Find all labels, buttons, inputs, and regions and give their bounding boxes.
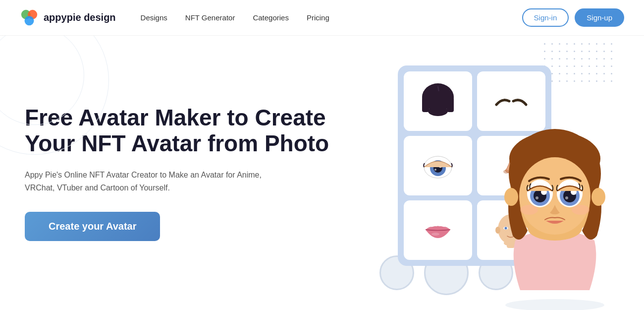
logo[interactable]: appypie design <box>20 8 116 27</box>
panel-cell-hair[interactable] <box>404 71 472 131</box>
nav-actions: Sign-in Sign-up <box>522 8 624 27</box>
svg-point-11 <box>434 169 436 171</box>
lips-icon <box>421 216 455 244</box>
hero-description: Appy Pie's Online NFT Avatar Creator to … <box>25 169 263 194</box>
nav-designs[interactable]: Designs <box>141 13 167 22</box>
signup-button[interactable]: Sign-up <box>575 8 624 27</box>
svg-point-40 <box>565 196 568 199</box>
svg-point-41 <box>520 205 538 215</box>
hero-right: for(let i=0;i<60;i++) document.write('<d… <box>355 36 625 310</box>
svg-point-6 <box>428 106 448 116</box>
svg-point-42 <box>572 205 590 215</box>
panel-cell-eye[interactable] <box>404 136 472 195</box>
hero-section: Free Avatar Maker to Create Your NFT Ava… <box>0 36 644 310</box>
svg-point-2 <box>25 16 34 25</box>
hair-icon <box>418 82 458 120</box>
create-avatar-button[interactable]: Create your Avatar <box>25 212 160 241</box>
svg-rect-4 <box>422 97 429 112</box>
navbar: appypie design Designs NFT Generator Cat… <box>0 0 644 36</box>
svg-point-43 <box>504 188 518 206</box>
panel-cell-lips[interactable] <box>404 200 472 260</box>
svg-point-35 <box>536 196 538 199</box>
nav-nft-generator[interactable]: NFT Generator <box>185 13 235 22</box>
logo-icon <box>20 8 39 27</box>
dot-grid-decoration: for(let i=0;i<60;i++) document.write('<d… <box>544 43 617 86</box>
svg-rect-5 <box>447 97 454 112</box>
svg-point-14 <box>431 233 439 236</box>
nav-links: Designs NFT Generator Categories Pricing <box>141 13 522 22</box>
avatar-character <box>471 82 639 310</box>
signin-button[interactable]: Sign-in <box>522 8 569 27</box>
svg-point-44 <box>591 188 605 206</box>
nav-categories[interactable]: Categories <box>253 13 289 22</box>
eye-icon <box>421 148 455 183</box>
logo-text: appypie design <box>44 12 116 23</box>
svg-point-24 <box>505 299 604 310</box>
nav-pricing[interactable]: Pricing <box>307 13 329 22</box>
